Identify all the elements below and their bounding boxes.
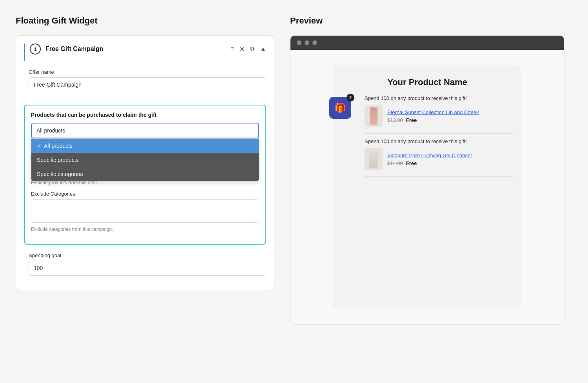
spending-goal-section: Spending goal (24, 252, 266, 282)
original-price-2: $14.00 (387, 160, 403, 166)
product-info-2: Vinopure Pore Purifying Gel Cleanser $14… (387, 152, 514, 166)
dropdown-option-specific-products[interactable]: Specific products (31, 153, 259, 167)
offer-name-section: Offer name (24, 69, 266, 98)
browser-dot-1 (297, 40, 301, 45)
campaign-number: 1 (30, 44, 41, 54)
products-dropdown-wrapper: All products ✓ All products Specific pro… (31, 123, 259, 138)
price-row-1: $12.00 Free (387, 117, 514, 123)
product-thumb-2 (365, 148, 383, 170)
product-preview: Your Product Name 2 🎁 Spend 100 on any p… (333, 65, 521, 309)
product-info-1: Eternal Sunset Collection Lip and Cheek … (387, 109, 514, 123)
products-section: Products that can be purchased to claim … (24, 105, 266, 245)
exclude-categories-label: Exclude Categories (31, 191, 259, 197)
divider-2 (365, 176, 514, 177)
widget-badge: 2 (347, 94, 354, 102)
product-thumb-1 (365, 105, 383, 127)
product-item-name-2[interactable]: Vinopure Pore Purifying Gel Cleanser (387, 152, 514, 159)
product-item-1: Eternal Sunset Collection Lip and Cheek … (365, 105, 514, 127)
campaign-header: 1 Free Gift Campaign ≡ ✕ ⧉ ▲ (24, 44, 266, 61)
dropdown-option-specific-categories[interactable]: Specific categories (31, 167, 259, 181)
products-dropdown[interactable]: All products (31, 123, 259, 138)
products-section-title: Products that can be purchased to claim … (31, 112, 259, 118)
product-thumb-inner-2 (369, 151, 378, 168)
arrow-up-icon[interactable]: ▲ (260, 45, 266, 53)
left-panel: Floating Gift Widget 1 Free Gift Campaig… (16, 16, 274, 367)
gift-widget-button[interactable]: 2 🎁 (329, 97, 351, 119)
browser-dot-3 (312, 40, 317, 45)
campaign-name-label: Free Gift Campaign (45, 45, 226, 53)
campaign-actions: ≡ ✕ ⧉ ▲ (230, 45, 266, 53)
original-price-1: $12.00 (387, 117, 403, 123)
price-row-2: $14.00 Free (387, 160, 514, 166)
page-title: Floating Gift Widget (16, 16, 274, 26)
preview-items: Spend 100 on any product to receive this… (365, 95, 514, 177)
preview-browser: Your Product Name 2 🎁 Spend 100 on any p… (290, 35, 564, 325)
browser-content: Your Product Name 2 🎁 Spend 100 on any p… (290, 50, 564, 324)
preview-title: Preview (290, 16, 564, 26)
product-name-heading: Your Product Name (341, 77, 514, 87)
product-thumb-inner-1 (370, 107, 377, 125)
right-panel: Preview Your Product Name 2 🎁 Spend (290, 16, 564, 367)
product-item-name-1[interactable]: Eternal Sunset Collection Lip and Cheek (387, 109, 514, 116)
browser-bar (290, 36, 564, 50)
free-label-1: Free (406, 117, 417, 123)
browser-dot-2 (305, 40, 309, 45)
free-label-2: Free (406, 160, 417, 166)
campaign-card: 1 Free Gift Campaign ≡ ✕ ⧉ ▲ Offer name … (16, 35, 274, 290)
gift-icon: 🎁 (334, 102, 346, 113)
exclude-categories-input[interactable] (31, 199, 259, 223)
exclude-categories-helper: Exclude categories from this campaign. (31, 227, 259, 232)
offer-name-label: Offer name (29, 69, 266, 75)
close-icon[interactable]: ✕ (240, 45, 245, 53)
promo-text-1: Spend 100 on any product to receive this… (365, 95, 514, 101)
menu-icon[interactable]: ≡ (230, 45, 234, 53)
divider-1 (365, 133, 514, 134)
product-item-2: Vinopure Pore Purifying Gel Cleanser $14… (365, 148, 514, 170)
spending-goal-input[interactable] (29, 261, 266, 276)
promo-text-2: Spend 100 on any product to receive this… (365, 138, 514, 144)
spending-goal-label: Spending goal (29, 252, 266, 258)
offer-name-input[interactable] (29, 77, 266, 92)
copy-icon[interactable]: ⧉ (250, 45, 254, 53)
dropdown-list: ✓ All products Specific products Specifi… (31, 138, 259, 182)
dropdown-option-all-products[interactable]: ✓ All products (31, 139, 259, 153)
